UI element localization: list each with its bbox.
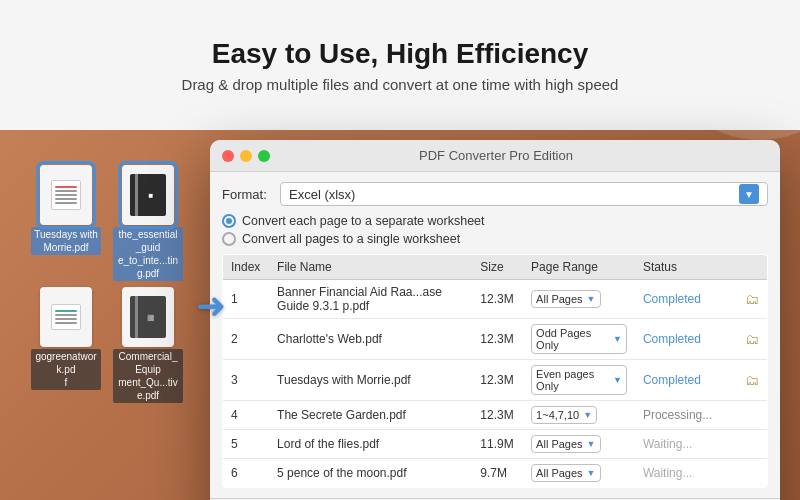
- status-badge-0: Completed: [643, 292, 701, 306]
- radio-button-2[interactable]: [222, 232, 236, 246]
- file-icon-3: [40, 287, 92, 347]
- cell-folder-0[interactable]: 🗂: [736, 280, 767, 319]
- col-header-name: File Name: [269, 255, 472, 280]
- table-row[interactable]: 2 Charlotte's Web.pdf 12.3M Odd Pages On…: [223, 319, 768, 360]
- radio-item-2[interactable]: Convert all pages to a single worksheet: [222, 232, 768, 246]
- table-row[interactable]: 6 5 pence of the moon.pdf 9.7M All Pages…: [223, 459, 768, 488]
- table-row[interactable]: 4 The Secrete Garden.pdf 12.3M 1~4,7,10 …: [223, 401, 768, 430]
- radio-button-1[interactable]: [222, 214, 236, 228]
- desktop-file-2[interactable]: ■ the_essential_guide_to_inte...ting.pdf: [112, 165, 184, 281]
- cell-folder-5[interactable]: [736, 459, 767, 488]
- hero-section: Easy to Use, High Efficiency Drag & drop…: [0, 0, 800, 130]
- status-badge-3: Processing...: [643, 408, 712, 422]
- cell-folder-4[interactable]: [736, 430, 767, 459]
- cell-range-0[interactable]: All Pages ▼: [523, 280, 635, 319]
- cell-status-3: Processing...: [635, 401, 737, 430]
- cell-folder-2[interactable]: 🗂: [736, 360, 767, 401]
- range-arrow-icon: ▼: [587, 468, 596, 478]
- radio-label-1: Convert each page to a separate workshee…: [242, 214, 485, 228]
- cell-name-2: Tuesdays with Morrie.pdf: [269, 360, 472, 401]
- format-value: Excel (xlsx): [289, 187, 355, 202]
- file-label-4: Commercial_Equipment_Qu...tive.pdf: [113, 349, 183, 403]
- window-title: PDF Converter Pro Edition: [270, 148, 722, 163]
- col-header-index: Index: [223, 255, 270, 280]
- range-select-0[interactable]: All Pages ▼: [531, 290, 600, 308]
- range-select-2[interactable]: Even pages Only ▼: [531, 365, 627, 395]
- table-row[interactable]: 5 Lord of the flies.pdf 11.9M All Pages …: [223, 430, 768, 459]
- cell-index-2: 3: [223, 360, 270, 401]
- folder-icon[interactable]: 🗂: [745, 291, 759, 307]
- desktop-file-3[interactable]: gogreenatwork.pdf: [30, 287, 102, 403]
- drag-arrow: ➜: [196, 285, 226, 327]
- sub-title: Drag & drop multiple files and convert a…: [182, 76, 619, 93]
- col-header-status: Status: [635, 255, 737, 280]
- file-label-1: Tuesdays withMorrie.pdf: [31, 227, 101, 255]
- desktop-file-row-2: gogreenatwork.pdf ▦ Commercial_Equipment…: [30, 287, 184, 403]
- table-row[interactable]: 1 Banner Financial Aid Raa...ase Guide 9…: [223, 280, 768, 319]
- cell-index-5: 6: [223, 459, 270, 488]
- range-arrow-icon: ▼: [583, 410, 592, 420]
- file-label-3: gogreenatwork.pdf: [31, 349, 101, 390]
- desktop-file-row-1: Tuesdays withMorrie.pdf ■ the_essential_…: [30, 165, 184, 281]
- radio-group: Convert each page to a separate workshee…: [222, 214, 768, 246]
- desktop-file-4[interactable]: ▦ Commercial_Equipment_Qu...tive.pdf: [112, 287, 184, 403]
- cell-name-5: 5 pence of the moon.pdf: [269, 459, 472, 488]
- status-badge-5: Waiting...: [643, 466, 693, 480]
- col-header-range: Page Range: [523, 255, 635, 280]
- select-arrow-icon: ▼: [739, 184, 759, 204]
- range-select-4[interactable]: All Pages ▼: [531, 435, 600, 453]
- cell-folder-1[interactable]: 🗂: [736, 319, 767, 360]
- cell-status-1: Completed: [635, 319, 737, 360]
- col-header-size: Size: [472, 255, 523, 280]
- status-badge-4: Waiting...: [643, 437, 693, 451]
- cell-range-1[interactable]: Odd Pages Only ▼: [523, 319, 635, 360]
- range-select-1[interactable]: Odd Pages Only ▼: [531, 324, 627, 354]
- cell-folder-3[interactable]: [736, 401, 767, 430]
- maximize-button[interactable]: [258, 150, 270, 162]
- range-arrow-icon: ▼: [587, 294, 596, 304]
- cell-status-0: Completed: [635, 280, 737, 319]
- range-arrow-icon: ▼: [587, 439, 596, 449]
- cell-index-3: 4: [223, 401, 270, 430]
- folder-icon[interactable]: 🗂: [745, 372, 759, 388]
- cell-name-3: The Secrete Garden.pdf: [269, 401, 472, 430]
- main-title: Easy to Use, High Efficiency: [212, 38, 589, 70]
- radio-item-1[interactable]: Convert each page to a separate workshee…: [222, 214, 768, 228]
- cell-index-1: 2: [223, 319, 270, 360]
- format-label: Format:: [222, 187, 272, 202]
- table-row[interactable]: 3 Tuesdays with Morrie.pdf 12.3M Even pa…: [223, 360, 768, 401]
- cell-range-2[interactable]: Even pages Only ▼: [523, 360, 635, 401]
- minimize-button[interactable]: [240, 150, 252, 162]
- cell-range-3[interactable]: 1~4,7,10 ▼: [523, 401, 635, 430]
- range-select-3[interactable]: 1~4,7,10 ▼: [531, 406, 597, 424]
- cell-size-3: 12.3M: [472, 401, 523, 430]
- format-select[interactable]: Excel (xlsx) ▼: [280, 182, 768, 206]
- file-icon-pdf: [40, 165, 92, 225]
- radio-label-2: Convert all pages to a single worksheet: [242, 232, 460, 246]
- cell-size-4: 11.9M: [472, 430, 523, 459]
- table-header-row: Index File Name Size Page Range Status: [223, 255, 768, 280]
- range-select-5[interactable]: All Pages ▼: [531, 464, 600, 482]
- file-table-body: 1 Banner Financial Aid Raa...ase Guide 9…: [223, 280, 768, 488]
- status-badge-2: Completed: [643, 373, 701, 387]
- folder-icon[interactable]: 🗂: [745, 331, 759, 347]
- cell-size-1: 12.3M: [472, 319, 523, 360]
- format-row: Format: Excel (xlsx) ▼: [222, 182, 768, 206]
- traffic-lights: [222, 150, 270, 162]
- cell-index-0: 1: [223, 280, 270, 319]
- mac-window: PDF Converter Pro Edition Format: Excel …: [210, 140, 780, 500]
- file-table: Index File Name Size Page Range Status 1…: [222, 254, 768, 488]
- desktop-files: Tuesdays withMorrie.pdf ■ the_essential_…: [30, 165, 184, 403]
- cell-range-4[interactable]: All Pages ▼: [523, 430, 635, 459]
- desktop-file-1[interactable]: Tuesdays withMorrie.pdf: [30, 165, 102, 281]
- range-arrow-icon: ▼: [613, 334, 622, 344]
- range-arrow-icon: ▼: [613, 375, 622, 385]
- cell-size-0: 12.3M: [472, 280, 523, 319]
- cell-status-4: Waiting...: [635, 430, 737, 459]
- window-body: Format: Excel (xlsx) ▼ Convert each page…: [210, 172, 780, 498]
- cell-range-5[interactable]: All Pages ▼: [523, 459, 635, 488]
- cell-name-0: Banner Financial Aid Raa...ase Guide 9.3…: [269, 280, 472, 319]
- file-icon-4: ▦: [122, 287, 174, 347]
- status-badge-1: Completed: [643, 332, 701, 346]
- close-button[interactable]: [222, 150, 234, 162]
